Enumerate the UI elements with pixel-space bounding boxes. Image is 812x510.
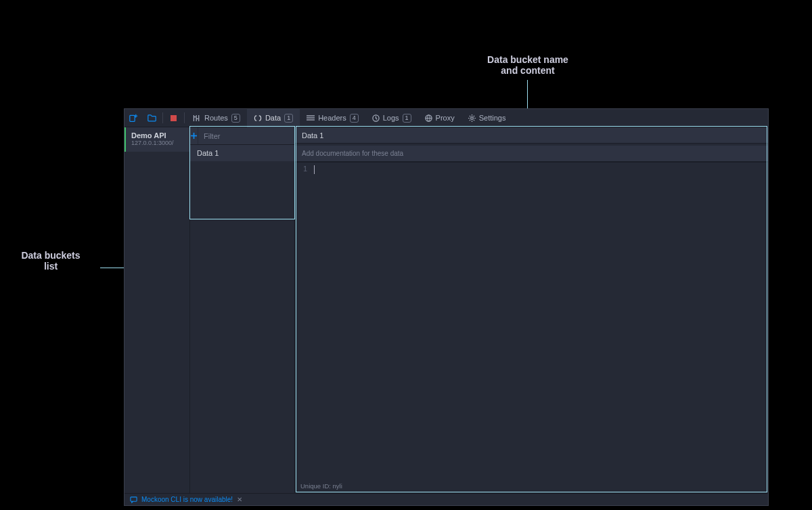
svg-point-11 bbox=[470, 116, 473, 119]
environment-item[interactable]: Demo API 127.0.0.1:3000/ bbox=[125, 127, 189, 152]
svg-rect-3 bbox=[171, 115, 177, 121]
tab-badge: 1 bbox=[403, 114, 411, 123]
stop-button[interactable] bbox=[164, 109, 183, 127]
tab-label: Headers bbox=[318, 114, 346, 122]
new-env-button[interactable] bbox=[125, 109, 143, 127]
environments-sidebar: Demo API 127.0.0.1:3000/ bbox=[125, 127, 190, 493]
add-data-button[interactable] bbox=[190, 127, 198, 144]
app-window: Routes 5 Data 1 Headers 4 Logs 1 Proxy S… bbox=[124, 108, 769, 506]
divider bbox=[184, 112, 185, 123]
data-icon bbox=[254, 114, 262, 122]
filter-input[interactable] bbox=[198, 127, 302, 144]
svg-rect-0 bbox=[130, 115, 135, 121]
proxy-icon bbox=[425, 114, 432, 122]
tab-label: Data bbox=[265, 114, 281, 122]
unique-id-label: Unique ID: nyli bbox=[295, 481, 768, 493]
tab-badge: 5 bbox=[231, 114, 240, 123]
environment-name: Demo API bbox=[131, 131, 184, 140]
status-message[interactable]: Mockoon CLI is now available! bbox=[141, 496, 233, 503]
settings-icon bbox=[468, 114, 476, 122]
status-close[interactable]: ✕ bbox=[237, 496, 242, 503]
toolbar: Routes 5 Data 1 Headers 4 Logs 1 Proxy S… bbox=[125, 109, 768, 127]
routes-icon bbox=[193, 114, 201, 122]
tab-data[interactable]: Data 1 bbox=[247, 109, 300, 127]
editor-content[interactable] bbox=[311, 163, 768, 481]
data-bucket-editor: 1 Unique ID: nyli bbox=[295, 127, 768, 493]
tab-routes[interactable]: Routes 5 bbox=[186, 109, 247, 127]
message-icon bbox=[130, 496, 137, 503]
code-editor[interactable]: 1 bbox=[295, 162, 768, 481]
annotation-top: Data bucket name and content bbox=[460, 54, 595, 76]
environment-host: 127.0.0.1:3000/ bbox=[131, 140, 184, 146]
open-env-button[interactable] bbox=[143, 109, 161, 127]
editor-cursor bbox=[314, 165, 315, 174]
headers-icon bbox=[307, 114, 315, 121]
tab-label: Proxy bbox=[436, 114, 455, 122]
svg-rect-14 bbox=[131, 497, 137, 501]
tab-label: Logs bbox=[383, 114, 399, 122]
tab-label: Routes bbox=[204, 114, 228, 122]
data-doc-input[interactable] bbox=[295, 146, 768, 162]
logs-icon bbox=[372, 114, 380, 122]
divider bbox=[162, 112, 163, 123]
tab-logs[interactable]: Logs 1 bbox=[365, 109, 418, 127]
tab-badge: 4 bbox=[350, 114, 359, 123]
tab-headers[interactable]: Headers 4 bbox=[300, 109, 365, 127]
data-buckets-list: Data 1 bbox=[190, 127, 295, 493]
app-body: Demo API 127.0.0.1:3000/ Data 1 1 Unique… bbox=[125, 127, 768, 493]
data-name-input[interactable] bbox=[295, 127, 768, 144]
editor-gutter: 1 bbox=[295, 163, 311, 481]
tab-settings[interactable]: Settings bbox=[461, 109, 513, 127]
tab-label: Settings bbox=[479, 114, 506, 122]
annotation-left: Data buckets list bbox=[0, 250, 102, 272]
status-bar: Mockoon CLI is now available! ✕ bbox=[125, 493, 768, 505]
tab-badge: 1 bbox=[284, 114, 293, 123]
list-header bbox=[190, 127, 294, 145]
list-item[interactable]: Data 1 bbox=[190, 145, 294, 161]
tab-proxy[interactable]: Proxy bbox=[418, 109, 461, 127]
